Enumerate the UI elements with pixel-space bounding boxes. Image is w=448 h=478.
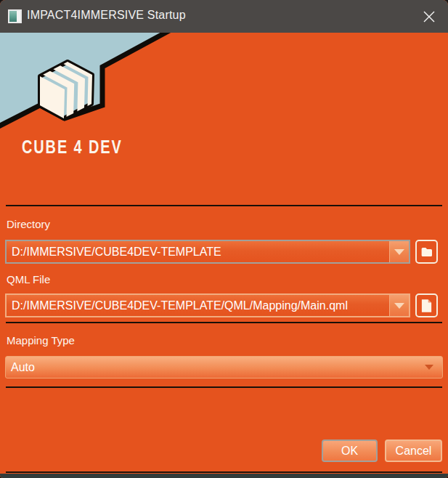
qml-file-value: D:/IMMERSIVE/CUBE4DEV-TEMPLATE/QML/Mappi… xyxy=(7,295,389,316)
chevron-down-icon xyxy=(394,249,404,255)
qml-file-browse-button[interactable] xyxy=(415,293,438,317)
separator-middle xyxy=(6,322,442,323)
qml-file-combobox[interactable]: D:/IMMERSIVE/CUBE4DEV-TEMPLATE/QML/Mappi… xyxy=(5,293,410,317)
app-icon-thumbnail xyxy=(9,11,20,22)
window-title: IMPACT4IMMERSIVE Startup xyxy=(27,9,186,22)
logo-header: CUBE 4 DEV xyxy=(0,33,448,211)
separator-top xyxy=(6,205,442,206)
ok-button[interactable]: OK xyxy=(322,439,378,462)
close-button[interactable] xyxy=(420,8,438,25)
directory-dropdown-button[interactable] xyxy=(389,241,409,262)
separator-bottom xyxy=(6,386,442,388)
directory-label: Directory xyxy=(7,218,50,230)
mapping-type-dropdown[interactable]: Auto xyxy=(5,356,443,378)
qml-dropdown-button[interactable] xyxy=(389,295,409,316)
directory-browse-button[interactable] xyxy=(415,240,438,264)
bottom-edge-line xyxy=(6,471,442,473)
cube4dev-logo xyxy=(0,33,448,211)
chevron-down-icon xyxy=(425,365,433,370)
startup-dialog: IMPACT4IMMERSIVE Startup CUBE 4 DEV xyxy=(0,0,448,478)
mapping-type-label: Mapping Type xyxy=(7,334,75,347)
directory-value: D:/IMMERSIVE/CUBE4DEV-TEMPLATE xyxy=(7,241,389,262)
chevron-down-icon xyxy=(394,303,404,309)
mapping-type-value: Auto xyxy=(6,357,425,378)
app-icon-teal-pane xyxy=(9,11,17,22)
app-window-icon xyxy=(8,9,22,23)
file-icon xyxy=(421,298,432,314)
logo-text: CUBE 4 DEV xyxy=(22,137,123,158)
qml-file-label: QML File xyxy=(7,273,50,285)
cancel-button[interactable]: Cancel xyxy=(385,439,442,462)
titlebar: IMPACT4IMMERSIVE Startup xyxy=(0,0,448,33)
close-icon xyxy=(423,10,436,23)
folder-icon xyxy=(421,245,432,259)
bottom-edge-strip xyxy=(0,474,448,478)
directory-combobox[interactable]: D:/IMMERSIVE/CUBE4DEV-TEMPLATE xyxy=(5,240,410,264)
app-icon-white-pane xyxy=(17,11,20,22)
